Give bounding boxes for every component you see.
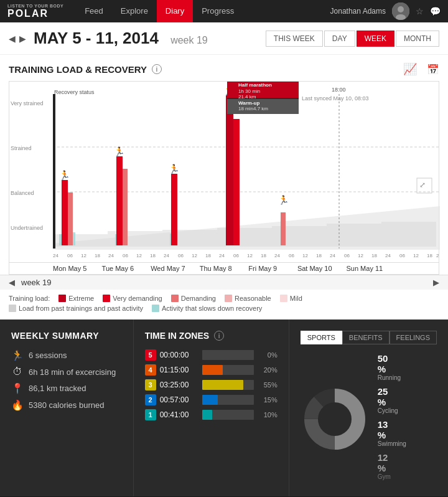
svg-text:🏃: 🏃 <box>169 164 180 174</box>
view-month[interactable]: MONTH <box>396 31 439 47</box>
zone-2-num: 2 <box>145 394 156 405</box>
vdemanding-dot <box>103 295 110 302</box>
zone-2-bar-outer <box>202 395 254 405</box>
zone-4-pct: 20% <box>259 366 278 374</box>
svg-text:06: 06 <box>178 253 184 258</box>
star-icon[interactable]: ☆ <box>416 6 424 16</box>
reasonable-dot <box>225 295 232 302</box>
svg-text:24: 24 <box>385 253 391 258</box>
zone-2-bar <box>202 395 218 405</box>
ws-item-time: ⏱ 6h 18 min of excercising <box>11 366 122 377</box>
svg-text:18: 18 <box>427 253 432 258</box>
tab-sports[interactable]: SPORTS <box>301 331 342 344</box>
calendar-icon[interactable]: 📅 <box>427 64 439 75</box>
svg-text:12: 12 <box>413 253 419 258</box>
zone-3-bar-outer <box>202 380 254 390</box>
training-load-section: TRAINING LOAD & RECOVERY i 📈 📅 Very stra… <box>0 55 448 275</box>
zone-5-pct: 0% <box>259 351 278 359</box>
nav-progress[interactable]: Progress <box>193 0 243 22</box>
svg-rect-15 <box>327 224 381 247</box>
svg-text:🏃: 🏃 <box>278 195 289 206</box>
svg-text:🏃: 🏃 <box>59 170 70 181</box>
week-title: MAY 5 - 11, 2014 week 19 <box>34 29 266 48</box>
zone-2-pct: 15% <box>259 396 278 404</box>
header: LISTEN TO YOUR BODY POLAR Feed Explore D… <box>0 0 448 22</box>
time-in-zones: TIME IN ZONES i 5 00:00:00 0% 4 01:15:00… <box>134 320 289 496</box>
svg-text:12: 12 <box>302 253 308 258</box>
tz-info-icon[interactable]: i <box>214 331 224 341</box>
sports-tabs: SPORTS BENEFITS FEELINGS <box>301 331 437 344</box>
day-tue: Tue May 6 <box>102 263 151 274</box>
nav-explore[interactable]: Explore <box>112 0 157 22</box>
legend-running: 50% Running <box>378 353 406 381</box>
zone-1-pct: 10% <box>259 411 278 419</box>
zone-row-4: 4 01:15:00 20% <box>145 364 278 376</box>
message-icon[interactable]: 💬 <box>430 6 441 16</box>
svg-text:18:00: 18:00 <box>332 87 346 93</box>
info-icon[interactable]: i <box>152 64 162 74</box>
mild-dot <box>280 295 287 302</box>
zone-row-3: 3 03:25:00 55% <box>145 379 278 391</box>
day-fri: Fri May 9 <box>248 263 297 274</box>
tz-title: TIME IN ZONES i <box>145 331 278 341</box>
svg-text:Balanced: Balanced <box>11 190 34 196</box>
ws-item-calories: 🔥 5380 calories burned <box>11 399 122 411</box>
day-sat: Sat May 10 <box>297 263 347 274</box>
ws-title: WEEKLY SUMMARY <box>11 331 122 341</box>
svg-text:12: 12 <box>81 253 86 258</box>
week-label-text: week 19 <box>21 278 51 287</box>
view-day[interactable]: DAY <box>324 31 355 47</box>
donut-legend: 50% Running 25% Cycling 13% Swimming 12%… <box>378 353 406 485</box>
legend-gym: 12% Gym <box>378 452 406 480</box>
legend-extreme: Extreme <box>58 295 94 302</box>
zone-4-bar-outer <box>202 365 254 375</box>
svg-text:24: 24 <box>108 253 114 258</box>
tab-benefits[interactable]: BENEFITS <box>342 331 390 344</box>
zone-row-2: 2 00:57:00 15% <box>145 394 278 405</box>
svg-text:18: 18 <box>205 253 211 258</box>
day-labels: Mon May 5 Tue May 6 Wed May 7 Thu May 8 … <box>9 262 439 274</box>
nav-links: Feed Explore Diary Progress <box>76 0 330 22</box>
zone-1-num: 1 <box>145 409 156 420</box>
zone-row-5: 5 00:00:00 0% <box>145 349 278 361</box>
tab-feelings[interactable]: FEELINGS <box>390 331 437 344</box>
svg-text:⤢: ⤢ <box>419 181 426 189</box>
view-week[interactable]: WEEK <box>357 31 394 47</box>
logo-sub: LISTEN TO YOUR BODY <box>7 4 63 8</box>
legend-mild: Mild <box>280 295 302 302</box>
svg-text:1h 30 min: 1h 30 min <box>238 88 260 94</box>
user-name: Jonathan Adams <box>330 7 386 16</box>
week-nav-arrows: ◀ ▶ <box>9 34 26 44</box>
week-nav: ◀ ▶ MAY 5 - 11, 2014 week 19 THIS WEEK D… <box>0 22 448 55</box>
legend-row-2: Load from past trainings and past activi… <box>9 305 439 312</box>
nav-feed[interactable]: Feed <box>76 0 112 22</box>
svg-point-1 <box>398 6 404 12</box>
nav-diary[interactable]: Diary <box>157 0 193 22</box>
distance-icon: 📍 <box>11 382 24 394</box>
zone-5-num: 5 <box>145 349 156 361</box>
chart-type-icon[interactable]: 📈 <box>403 62 417 76</box>
svg-text:18: 18 <box>316 253 322 258</box>
svg-rect-28 <box>226 95 233 245</box>
svg-rect-68 <box>53 94 55 249</box>
prev-week-arrow[interactable]: ◀ <box>9 278 15 287</box>
zone-row-1: 1 00:41:00 10% <box>145 409 278 420</box>
next-week-arrow[interactable]: ▶ <box>433 278 439 287</box>
svg-text:12: 12 <box>136 253 142 258</box>
svg-text:18: 18 <box>95 253 100 258</box>
zone-1-bar-outer <box>202 410 254 420</box>
svg-text:06: 06 <box>123 253 128 258</box>
view-this-week[interactable]: THIS WEEK <box>266 31 323 47</box>
day-wed: Wed May 7 <box>151 263 200 274</box>
calories-icon: 🔥 <box>11 399 24 411</box>
svg-text:Strained: Strained <box>11 145 32 151</box>
zone-3-pct: 55% <box>259 381 278 389</box>
svg-text:Undertrained: Undertrained <box>11 225 43 231</box>
svg-text:Very strained: Very strained <box>11 100 44 107</box>
demanding-dot <box>171 295 179 302</box>
week-next-arrow[interactable]: ▶ <box>19 34 26 44</box>
week-prev-arrow[interactable]: ◀ <box>9 34 16 44</box>
donut-chart <box>301 385 369 453</box>
zone-4-time: 01:15:00 <box>160 366 202 374</box>
svg-rect-13 <box>217 228 272 247</box>
